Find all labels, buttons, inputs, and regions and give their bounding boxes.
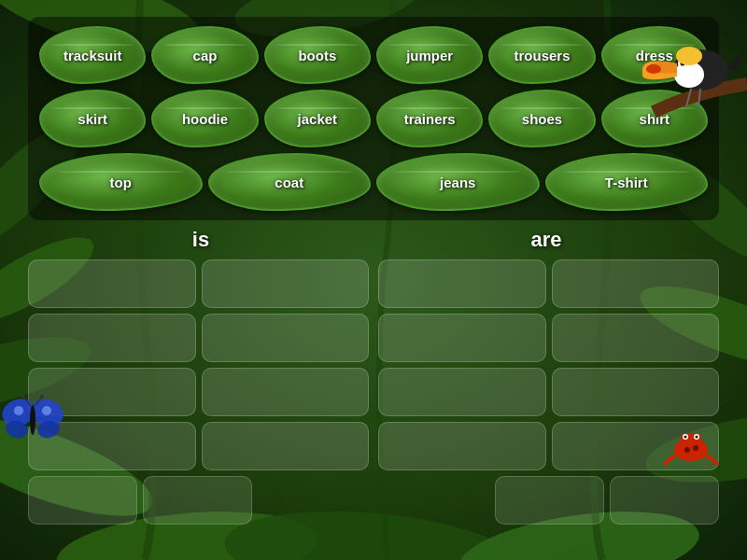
word-trainers[interactable]: trainers <box>376 90 483 147</box>
drop-cell-are-5[interactable] <box>378 368 546 416</box>
bottom-spacer <box>261 476 486 525</box>
word-coat[interactable]: coat <box>208 153 372 211</box>
drop-cell-is-8[interactable] <box>202 422 370 470</box>
drop-column-is-1 <box>28 259 369 362</box>
drop-cell-is-7[interactable] <box>28 422 196 470</box>
drop-cell-is-2[interactable] <box>202 259 370 308</box>
drop-cell-are-8[interactable] <box>552 422 720 470</box>
bottom-col-is <box>28 476 252 525</box>
drop-cell-are-7[interactable] <box>378 422 546 470</box>
word-boots[interactable]: boots <box>264 26 371 84</box>
word-grid-row3: top coat jeans T-shirt <box>39 153 708 211</box>
drop-cell-is-6[interactable] <box>202 368 370 416</box>
word-trousers[interactable]: trousers <box>488 26 595 84</box>
drop-cell-are-9[interactable] <box>495 476 604 525</box>
drop-cell-are-10[interactable] <box>610 476 719 525</box>
drop-cell-are-1[interactable] <box>378 259 546 308</box>
word-shoes[interactable]: shoes <box>488 90 595 147</box>
word-top[interactable]: top <box>39 153 203 211</box>
drop-cell-are-2[interactable] <box>552 259 720 308</box>
drop-cell-is-9[interactable] <box>28 476 137 525</box>
word-panel: tracksuit cap boots jumper trousers dres… <box>28 17 719 220</box>
drop-column-are-2 <box>378 368 719 470</box>
drop-cell-are-3[interactable] <box>378 314 546 362</box>
word-jeans[interactable]: jeans <box>376 153 540 211</box>
word-skirt[interactable]: skirt <box>39 90 146 147</box>
drop-cell-is-3[interactable] <box>28 314 196 362</box>
word-jumper[interactable]: jumper <box>376 26 483 84</box>
word-grid-row2: skirt hoodie jacket trainers shoes shirt <box>39 90 708 147</box>
word-cap[interactable]: cap <box>151 26 258 84</box>
bottom-col-are <box>495 476 719 525</box>
word-tracksuit[interactable]: tracksuit <box>39 26 146 84</box>
word-dress[interactable]: dress <box>601 26 708 84</box>
word-grid-row1: tracksuit cap boots jumper trousers dres… <box>39 26 708 84</box>
word-shirt[interactable]: shirt <box>601 90 708 147</box>
drop-column-is-2 <box>28 368 369 470</box>
is-are-labels: is are <box>28 228 719 252</box>
drop-column-are-1 <box>378 259 719 362</box>
word-jacket[interactable]: jacket <box>264 90 371 147</box>
drop-area-row2 <box>28 368 719 470</box>
drop-area-row1 <box>28 259 719 362</box>
word-tshirt[interactable]: T-shirt <box>545 153 709 211</box>
drop-cell-are-6[interactable] <box>552 368 720 416</box>
drop-cell-is-1[interactable] <box>28 259 196 308</box>
drop-cell-is-10[interactable] <box>143 476 252 525</box>
drop-cell-is-4[interactable] <box>202 314 370 362</box>
drop-cell-are-4[interactable] <box>552 314 720 362</box>
is-label: is <box>28 228 374 252</box>
are-label: are <box>374 228 719 252</box>
bottom-drop-row <box>28 476 719 525</box>
word-hoodie[interactable]: hoodie <box>151 90 258 147</box>
drop-cell-is-5[interactable] <box>28 368 196 416</box>
